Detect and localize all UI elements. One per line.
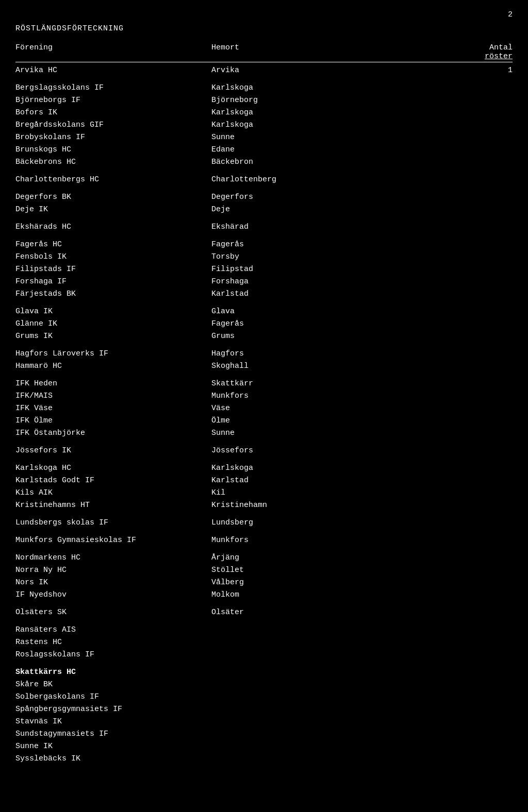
table-row: Ekshärads HC Ekshärad bbox=[15, 221, 513, 233]
cell-forening: Ekshärads HC bbox=[15, 221, 211, 233]
cell-forening: Karlstads Godt IF bbox=[15, 475, 211, 487]
cell-antal bbox=[402, 577, 513, 589]
cell-hemort bbox=[211, 703, 402, 716]
cell-hemort: Forshaga bbox=[211, 276, 402, 288]
cell-forening: Deje IK bbox=[15, 204, 211, 216]
table-row: Hammarö HC Skoghall bbox=[15, 360, 513, 373]
cell-forening: Ransäters AIS bbox=[15, 624, 211, 636]
cell-forening: Rastens HC bbox=[15, 636, 211, 649]
table-row: Sysslebäcks IK bbox=[15, 753, 513, 765]
cell-antal bbox=[402, 517, 513, 529]
table-row: Roslagsskolans IF bbox=[15, 649, 513, 661]
cell-hemort: Vålberg bbox=[211, 577, 402, 589]
cell-antal bbox=[402, 276, 513, 288]
cell-hemort: Jössefors bbox=[211, 445, 402, 457]
cell-forening: Sysslebäcks IK bbox=[15, 753, 211, 765]
cell-hemort: Degerfors bbox=[211, 191, 402, 204]
cell-antal bbox=[402, 740, 513, 753]
cell-hemort bbox=[211, 753, 402, 765]
page-title: RÖSTLÄNGDSFÖRTECKNING bbox=[15, 24, 513, 33]
cell-hemort: Skoghall bbox=[211, 360, 402, 373]
table-body: Arvika HC Arvika 1 Bergslagsskolans IF K… bbox=[15, 64, 513, 765]
cell-forening: Brunskogs HC bbox=[15, 144, 211, 156]
cell-forening: Grums IK bbox=[15, 330, 211, 343]
cell-forening: IFK Väse bbox=[15, 402, 211, 415]
cell-hemort: Sunne bbox=[211, 427, 402, 439]
cell-forening: Spångbergsgymnasiets IF bbox=[15, 703, 211, 716]
cell-hemort: Fagerås bbox=[211, 239, 402, 251]
table-row: Glava IK Glava bbox=[15, 306, 513, 318]
cell-antal bbox=[402, 263, 513, 276]
cell-hemort: Munkfors bbox=[211, 534, 402, 547]
cell-antal bbox=[402, 94, 513, 107]
cell-hemort bbox=[211, 728, 402, 740]
cell-hemort: Karlskoga bbox=[211, 82, 402, 94]
table-row: Nordmarkens HC Årjäng bbox=[15, 552, 513, 564]
cell-hemort: Deje bbox=[211, 204, 402, 216]
cell-forening: Björneborgs IF bbox=[15, 94, 211, 107]
cell-forening: Bergslagsskolans IF bbox=[15, 82, 211, 94]
cell-antal bbox=[402, 131, 513, 144]
table-row: Olsäters SK Olsäter bbox=[15, 606, 513, 619]
table-row: Arvika HC Arvika 1 bbox=[15, 64, 513, 77]
table-row: Solbergaskolans IF bbox=[15, 691, 513, 703]
cell-hemort: Charlottenberg bbox=[211, 174, 402, 186]
cell-forening: Sunne IK bbox=[15, 740, 211, 753]
cell-hemort: Hagfors bbox=[211, 348, 402, 360]
table-row: Deje IK Deje bbox=[15, 204, 513, 216]
cell-forening: Degerfors BK bbox=[15, 191, 211, 204]
table-row: Norra Ny HC Stöllet bbox=[15, 564, 513, 577]
cell-forening: Bäckebrons HC bbox=[15, 156, 211, 168]
cell-hemort: Karlstad bbox=[211, 288, 402, 300]
cell-hemort: Lundsberg bbox=[211, 517, 402, 529]
cell-hemort bbox=[211, 666, 402, 679]
cell-forening: Munkfors Gymnasieskolas IF bbox=[15, 534, 211, 547]
cell-hemort: Edane bbox=[211, 144, 402, 156]
cell-antal: 1 bbox=[402, 64, 513, 77]
table-row: Hagfors Läroverks IF Hagfors bbox=[15, 348, 513, 360]
page-number: 2 bbox=[15, 10, 513, 19]
table-row: Fensbols IK Torsby bbox=[15, 251, 513, 263]
cell-antal bbox=[402, 204, 513, 216]
cell-antal bbox=[402, 753, 513, 765]
cell-forening: Karlskoga HC bbox=[15, 462, 211, 475]
cell-antal bbox=[402, 679, 513, 691]
cell-antal bbox=[402, 606, 513, 619]
table-row: Karlskoga HC Karlskoga bbox=[15, 462, 513, 475]
cell-hemort: Olsäter bbox=[211, 606, 402, 619]
cell-hemort bbox=[211, 716, 402, 728]
cell-hemort bbox=[211, 679, 402, 691]
cell-antal bbox=[402, 564, 513, 577]
cell-forening: IFK Östanbjörke bbox=[15, 427, 211, 439]
cell-forening: Stavnäs IK bbox=[15, 716, 211, 728]
table-row: Bäckebrons HC Bäckebron bbox=[15, 156, 513, 168]
table-row: IFK Östanbjörke Sunne bbox=[15, 427, 513, 439]
table-row: IF Nyedshov Molkom bbox=[15, 589, 513, 601]
cell-antal bbox=[402, 534, 513, 547]
table-row: Lundsbergs skolas IF Lundsberg bbox=[15, 517, 513, 529]
header-hemort: Hemort bbox=[211, 43, 402, 61]
cell-forening: Solbergaskolans IF bbox=[15, 691, 211, 703]
cell-hemort: Arvika bbox=[211, 64, 402, 77]
table-row: Bergslagsskolans IF Karlskoga bbox=[15, 82, 513, 94]
cell-antal bbox=[402, 487, 513, 499]
cell-antal bbox=[402, 691, 513, 703]
cell-hemort bbox=[211, 740, 402, 753]
cell-hemort: Ekshärad bbox=[211, 221, 402, 233]
cell-antal bbox=[402, 427, 513, 439]
cell-hemort: Torsby bbox=[211, 251, 402, 263]
table-row: Brobyskolans IF Sunne bbox=[15, 131, 513, 144]
cell-antal bbox=[402, 107, 513, 119]
cell-forening: Jössefors IK bbox=[15, 445, 211, 457]
cell-hemort: Kristinehamn bbox=[211, 499, 402, 512]
cell-antal bbox=[402, 348, 513, 360]
cell-antal bbox=[402, 82, 513, 94]
cell-forening: Glava IK bbox=[15, 306, 211, 318]
cell-forening: Färjestads BK bbox=[15, 288, 211, 300]
cell-hemort: Sunne bbox=[211, 131, 402, 144]
cell-hemort: Bäckebron bbox=[211, 156, 402, 168]
cell-hemort: Filipstad bbox=[211, 263, 402, 276]
cell-hemort: Karlskoga bbox=[211, 462, 402, 475]
table-row: Sundstagymnasiets IF bbox=[15, 728, 513, 740]
table-row: Grums IK Grums bbox=[15, 330, 513, 343]
